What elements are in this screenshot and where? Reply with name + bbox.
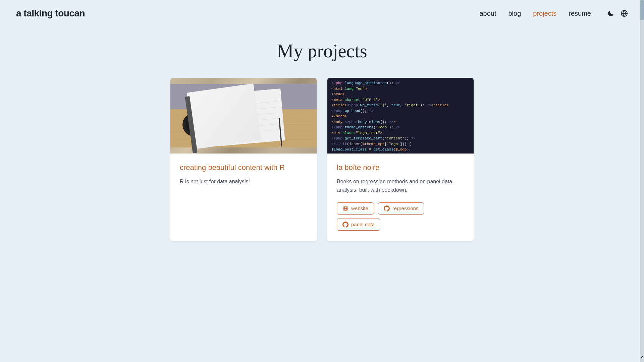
svg-point-30 <box>216 110 219 113</box>
moon-icon <box>607 10 614 17</box>
svg-point-34 <box>218 132 221 135</box>
link-website[interactable]: website <box>337 202 374 215</box>
project-card-r-content: creating beautiful content with R R is n… <box>170 78 317 241</box>
project-boite-noire-description: Books on regression methods and on panel… <box>337 177 464 194</box>
project-boite-noire-links: website regressions panel data <box>337 202 464 231</box>
project-r-content-description: R is not just for data analysis! <box>180 177 307 186</box>
nav-link-projects[interactable]: projects <box>533 10 556 17</box>
svg-rect-26 <box>216 88 285 146</box>
project-boite-noire-title: la boîte noire <box>337 163 464 173</box>
svg-point-28 <box>215 98 218 101</box>
svg-point-24 <box>186 116 203 133</box>
dark-mode-toggle[interactable] <box>607 10 614 17</box>
project-card-boite-noire: <?php language_attributes(); ?> <html la… <box>327 78 474 241</box>
main-content: My projects <box>154 27 490 268</box>
link-panel-data[interactable]: panel data <box>337 219 380 231</box>
project-boite-noire-body: la boîte noire Books on regression metho… <box>327 154 474 241</box>
github-icon-panel-data <box>342 222 348 228</box>
svg-line-16 <box>221 84 244 106</box>
scrollbar-track[interactable] <box>640 0 644 362</box>
project-r-content-body: creating beautiful content with R R is n… <box>170 154 317 204</box>
link-regressions[interactable]: regressions <box>378 202 424 215</box>
svg-point-33 <box>218 126 221 129</box>
svg-rect-27 <box>215 94 223 146</box>
svg-point-35 <box>219 137 222 140</box>
nav-link-about[interactable]: about <box>479 10 496 17</box>
project-boite-noire-image: <?php language_attributes(); ?> <html la… <box>327 78 474 154</box>
project-r-content-image <box>170 78 317 154</box>
svg-point-32 <box>217 121 220 124</box>
website-icon <box>342 205 348 212</box>
svg-line-17 <box>232 84 255 106</box>
scrollbar-thumb[interactable] <box>640 0 644 20</box>
site-title[interactable]: a talking toucan <box>16 8 85 19</box>
github-icon-regressions <box>384 205 390 212</box>
page-title: My projects <box>170 40 474 62</box>
svg-point-29 <box>216 104 219 107</box>
svg-rect-3 <box>170 106 317 147</box>
projects-grid: creating beautiful content with R R is n… <box>170 78 474 241</box>
svg-rect-9 <box>170 84 317 109</box>
site-header: a talking toucan about blog projects res… <box>0 0 644 27</box>
globe-icon <box>621 10 628 17</box>
main-nav: about blog projects resume <box>479 10 628 17</box>
nav-icon-group <box>607 10 628 17</box>
project-r-content-title: creating beautiful content with R <box>180 163 307 173</box>
notebook-svg <box>170 78 317 154</box>
svg-point-31 <box>217 115 220 118</box>
nav-link-blog[interactable]: blog <box>508 10 521 17</box>
language-selector[interactable] <box>621 10 628 17</box>
nav-link-resume[interactable]: resume <box>569 10 591 17</box>
scroll-down-arrow[interactable]: ∨ <box>640 355 643 359</box>
svg-point-25 <box>189 119 200 130</box>
